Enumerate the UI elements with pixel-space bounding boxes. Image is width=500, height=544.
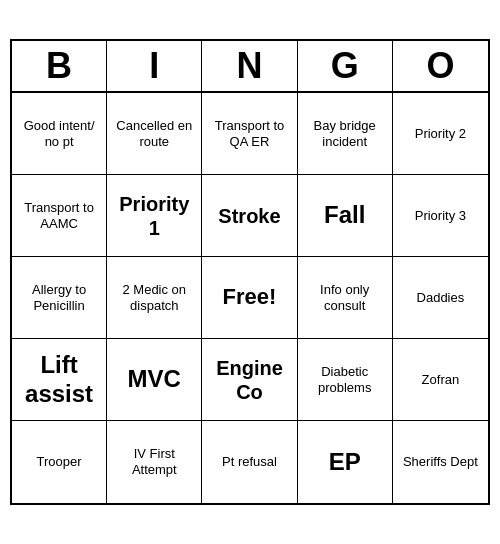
bingo-cell[interactable]: IV First Attempt <box>107 421 202 503</box>
bingo-cell[interactable]: Pt refusal <box>202 421 297 503</box>
bingo-cell[interactable]: 2 Medic on dispatch <box>107 257 202 339</box>
bingo-letter: G <box>298 41 393 91</box>
bingo-card: BINGO Good intent/ no ptCancelled en rou… <box>10 39 490 505</box>
bingo-cell[interactable]: Free! <box>202 257 297 339</box>
bingo-cell[interactable]: Trooper <box>12 421 107 503</box>
bingo-cell[interactable]: Diabetic problems <box>298 339 393 421</box>
bingo-cell[interactable]: Sheriffs Dept <box>393 421 488 503</box>
bingo-cell[interactable]: MVC <box>107 339 202 421</box>
bingo-header: BINGO <box>12 41 488 93</box>
bingo-cell[interactable]: Transport to AAMC <box>12 175 107 257</box>
bingo-cell[interactable]: Bay bridge incident <box>298 93 393 175</box>
bingo-letter: N <box>202 41 297 91</box>
bingo-cell[interactable]: Priority 2 <box>393 93 488 175</box>
bingo-cell[interactable]: Zofran <box>393 339 488 421</box>
bingo-cell[interactable]: Cancelled en route <box>107 93 202 175</box>
bingo-cell[interactable]: Priority 1 <box>107 175 202 257</box>
bingo-cell[interactable]: EP <box>298 421 393 503</box>
bingo-cell[interactable]: Info only consult <box>298 257 393 339</box>
bingo-cell[interactable]: Daddies <box>393 257 488 339</box>
bingo-cell[interactable]: Good intent/ no pt <box>12 93 107 175</box>
bingo-cell[interactable]: Stroke <box>202 175 297 257</box>
bingo-cell[interactable]: Allergy to Penicillin <box>12 257 107 339</box>
bingo-cell[interactable]: Priority 3 <box>393 175 488 257</box>
bingo-cell[interactable]: Fall <box>298 175 393 257</box>
bingo-cell[interactable]: Engine Co <box>202 339 297 421</box>
bingo-cell[interactable]: Lift assist <box>12 339 107 421</box>
bingo-letter: O <box>393 41 488 91</box>
bingo-grid: Good intent/ no ptCancelled en routeTran… <box>12 93 488 503</box>
bingo-letter: I <box>107 41 202 91</box>
bingo-letter: B <box>12 41 107 91</box>
bingo-cell[interactable]: Transport to QA ER <box>202 93 297 175</box>
